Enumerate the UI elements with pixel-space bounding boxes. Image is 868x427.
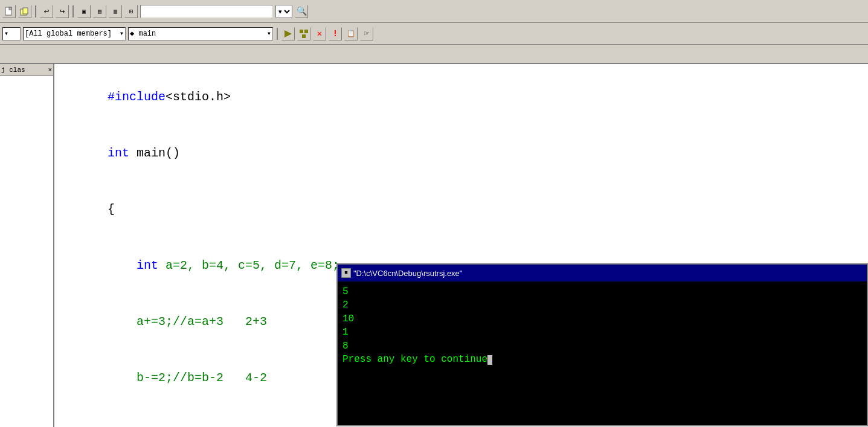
sidebar-close-icon[interactable]: × — [48, 66, 52, 74]
members-arrow: ▾ — [120, 29, 124, 38]
toolbar-btn-open[interactable] — [18, 5, 31, 18]
sidebar-title: j clas — [1, 66, 25, 74]
scope-arrow-icon: ▾ — [4, 29, 8, 38]
terminal-press-key: Press any key to continue — [342, 353, 862, 366]
toolbar-separator-1 — [35, 5, 36, 18]
code-editor[interactable]: #include<stdio.h> int main() { int a=2, … — [54, 64, 868, 427]
terminal-cursor — [487, 355, 492, 365]
members-label: [All global members] — [25, 30, 112, 38]
brace-open-char: { — [108, 202, 115, 216]
svg-marker-4 — [285, 30, 292, 37]
code-include-line: #include<stdio.h> — [64, 69, 858, 125]
toolbar-hand-btn[interactable]: ☞ — [360, 27, 373, 40]
toolbar-top: ↩ ↪ ▣ ▤ ▥ ⊞ ▾ 🔍 — [0, 0, 868, 23]
terminal-title: "D:\c\VC6cn\Debug\rsutrsj.exe" — [353, 269, 462, 278]
comment-b: //b=b-2 4-2 — [173, 371, 267, 385]
toolbar-third — [0, 45, 868, 64]
terminal-output-2: 2 — [342, 298, 862, 312]
terminal-icon: ■ — [341, 268, 351, 278]
stmt-b: b-=2; — [108, 371, 173, 385]
toolbar-btn-4[interactable]: ⊞ — [124, 5, 138, 18]
sidebar-content — [0, 76, 53, 81]
toolbar-btn-new[interactable] — [2, 5, 16, 18]
toolbar-build-btn[interactable] — [281, 27, 295, 40]
search-type-dropdown[interactable]: ▾ — [275, 5, 292, 18]
toolbar-btn-3[interactable]: ▥ — [109, 5, 122, 18]
toolbar-btn-undo[interactable]: ↩ — [40, 5, 53, 18]
var-decl: a=2, b=4, c=5, d=7, e=8; — [158, 258, 339, 272]
indent-1 — [108, 258, 137, 272]
svg-rect-7 — [302, 34, 306, 38]
svg-rect-5 — [300, 30, 303, 33]
code-main-line: int main() — [64, 125, 858, 181]
toolbar-info-btn[interactable]: 📋 — [344, 27, 358, 40]
toolbar-stop-btn[interactable]: ✕ — [313, 27, 326, 40]
press-key-text: Press any key to continue — [342, 354, 487, 365]
svg-rect-1 — [9, 7, 11, 10]
toolbar-btn-redo[interactable]: ↪ — [56, 5, 69, 18]
include-header: <stdio.h> — [166, 90, 231, 104]
svg-rect-6 — [304, 30, 308, 33]
toolbar-btn-1[interactable]: ▣ — [77, 5, 91, 18]
comment-a: //a=a+3 2+3 — [173, 315, 267, 329]
include-keyword: #include — [108, 90, 166, 104]
int-keyword-main: int — [108, 146, 129, 160]
main-content: j clas × #include<stdio.h> int main() { … — [0, 64, 868, 427]
main-func: main() — [129, 146, 180, 160]
search-input[interactable] — [140, 5, 273, 18]
toolbar-separator-3 — [277, 28, 278, 40]
function-label: ◆ main — [130, 29, 156, 38]
toolbar-build-all-btn[interactable] — [297, 27, 310, 40]
toolbar-exclaim-btn[interactable]: ! — [329, 27, 342, 40]
int-keyword-decl: int — [137, 258, 158, 272]
terminal-output-1: 5 — [342, 285, 862, 298]
terminal-output-5: 8 — [342, 339, 862, 353]
terminal-titlebar: ■ "D:\c\VC6cn\Debug\rsutrsj.exe" — [338, 265, 867, 281]
function-dropdown[interactable]: ◆ main ▾ — [128, 27, 273, 40]
sidebar: j clas × — [0, 64, 54, 427]
svg-rect-3 — [23, 8, 28, 14]
toolbar-separator-2 — [72, 5, 74, 18]
members-dropdown[interactable]: [All global members] ▾ — [23, 27, 126, 40]
code-brace-open: { — [64, 181, 858, 237]
terminal-output-3: 10 — [342, 312, 862, 326]
toolbar-btn-find[interactable]: 🔍 — [295, 5, 308, 18]
terminal-body: 5 2 10 1 8 Press any key to continue — [338, 281, 867, 425]
stmt-a: a+=3; — [108, 315, 173, 329]
sidebar-header: j clas × — [0, 64, 53, 76]
terminal-output-4: 1 — [342, 326, 862, 339]
scope-arrow[interactable]: ▾ — [2, 27, 21, 40]
toolbar-btn-2[interactable]: ▤ — [93, 5, 106, 18]
terminal-window[interactable]: ■ "D:\c\VC6cn\Debug\rsutrsj.exe" 5 2 10 … — [336, 263, 868, 426]
function-arrow: ▾ — [267, 29, 271, 38]
toolbar-second: ▾ [All global members] ▾ ◆ main ▾ ✕ ! 📋 … — [0, 23, 868, 45]
